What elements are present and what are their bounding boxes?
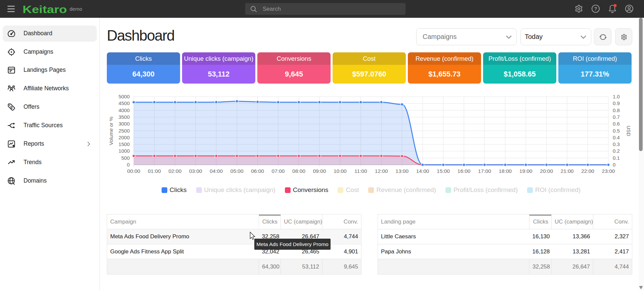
svg-text:1000: 1000 <box>119 148 130 154</box>
svg-text:03:00: 03:00 <box>189 168 202 174</box>
svg-text:06:00: 06:00 <box>251 168 264 174</box>
svg-text:13:00: 13:00 <box>395 168 409 174</box>
svg-text:21:00: 21:00 <box>561 168 574 174</box>
svg-text:0: 0 <box>613 162 615 167</box>
svg-text:Volume or %: Volume or % <box>108 116 114 145</box>
svg-text:01:00: 01:00 <box>148 168 161 174</box>
svg-text:0.4: 0.4 <box>613 135 620 140</box>
svg-text:20:00: 20:00 <box>540 168 553 174</box>
svg-text:0: 0 <box>127 162 130 167</box>
svg-text:16:00: 16:00 <box>458 168 471 174</box>
svg-text:15:00: 15:00 <box>437 168 450 174</box>
svg-text:0.1: 0.1 <box>613 155 620 161</box>
svg-text:09:00: 09:00 <box>313 168 326 174</box>
svg-text:12:00: 12:00 <box>375 168 388 174</box>
svg-text:02:00: 02:00 <box>169 168 182 174</box>
svg-text:19:00: 19:00 <box>519 168 532 174</box>
svg-text:11:00: 11:00 <box>354 168 367 174</box>
svg-text:14:00: 14:00 <box>416 168 429 174</box>
svg-text:10:00: 10:00 <box>334 168 347 174</box>
svg-text:0.7: 0.7 <box>613 114 620 120</box>
svg-text:08:00: 08:00 <box>292 168 305 174</box>
svg-text:23:00: 23:00 <box>602 168 615 174</box>
svg-text:05:00: 05:00 <box>230 168 244 174</box>
svg-text:2500: 2500 <box>119 128 130 134</box>
svg-text:500: 500 <box>121 155 130 161</box>
svg-text:5000: 5000 <box>119 94 130 99</box>
svg-text:07:00: 07:00 <box>272 168 285 174</box>
svg-text:0.2: 0.2 <box>613 148 620 154</box>
svg-text:1500: 1500 <box>119 141 130 147</box>
svg-text:2000: 2000 <box>119 135 130 140</box>
svg-text:3000: 3000 <box>119 121 130 127</box>
svg-text:18:00: 18:00 <box>499 168 512 174</box>
svg-text:04:00: 04:00 <box>210 168 223 174</box>
svg-text:0.6: 0.6 <box>613 121 620 127</box>
svg-text:0.8: 0.8 <box>613 107 620 113</box>
svg-text:00:00: 00:00 <box>127 168 140 174</box>
svg-text:0.5: 0.5 <box>613 128 620 134</box>
svg-text:4500: 4500 <box>119 100 130 106</box>
svg-text:0.9: 0.9 <box>613 100 620 106</box>
svg-text:S: S <box>10 105 12 109</box>
svg-text:1.0: 1.0 <box>613 94 620 99</box>
svg-text:0.3: 0.3 <box>613 141 620 147</box>
svg-text:USD: USD <box>626 126 632 136</box>
svg-text:22:00: 22:00 <box>581 168 594 174</box>
svg-text:17:00: 17:00 <box>478 168 491 174</box>
svg-text:?: ? <box>594 6 597 11</box>
svg-text:4000: 4000 <box>119 107 130 113</box>
svg-text:3500: 3500 <box>119 114 130 120</box>
